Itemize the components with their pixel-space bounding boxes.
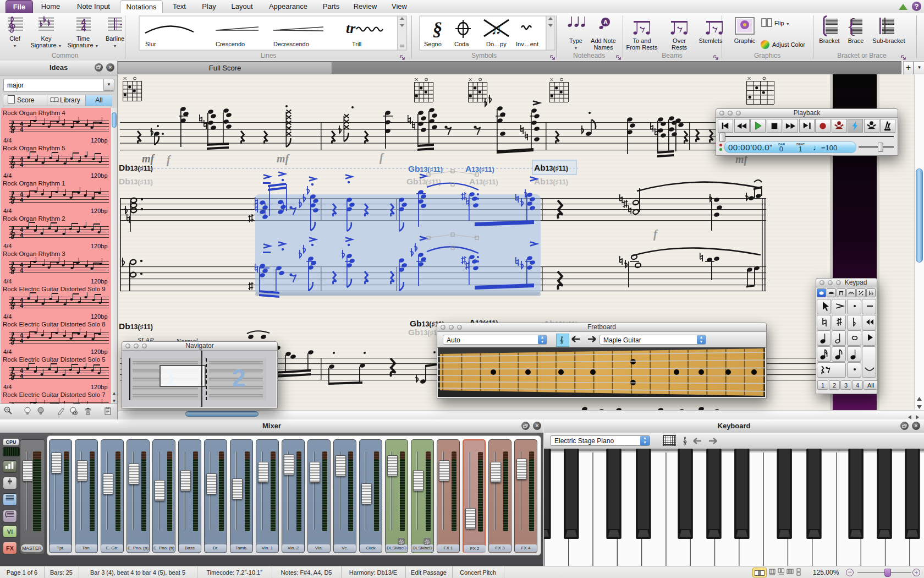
svg-text:Trill: Trill — [352, 41, 361, 47]
svg-text:Ab13(♯11): Ab13(♯11) — [534, 177, 568, 186]
svg-text:Db13(♯11): Db13(♯11) — [119, 177, 153, 186]
svg-text:4: 4 — [81, 24, 86, 33]
svg-text:A13(♯11): A13(♯11) — [469, 177, 498, 186]
svg-text:4: 4 — [20, 337, 24, 344]
svg-text:Ab13(♯11): Ab13(♯11) — [534, 163, 568, 172]
svg-text:4: 4 — [20, 232, 24, 238]
svg-text:Db13(♯11): Db13(♯11) — [119, 163, 153, 172]
svg-text:Do…py: Do…py — [486, 41, 507, 47]
svg-text:•: • — [120, 21, 122, 28]
svg-text:Gb13(♯11): Gb13(♯11) — [408, 164, 443, 173]
svg-text:mf: mf — [142, 152, 156, 165]
svg-text:4: 4 — [20, 161, 24, 168]
svg-text:mf: mf — [277, 152, 290, 165]
svg-text:4: 4 — [20, 302, 24, 309]
svg-text:Decrescendo: Decrescendo — [273, 41, 309, 47]
svg-text:Inv…ent: Inv…ent — [516, 41, 538, 47]
svg-text:A: A — [603, 19, 608, 25]
svg-text:§: § — [433, 19, 442, 39]
svg-text:4: 4 — [20, 267, 24, 274]
svg-text:4: 4 — [20, 197, 24, 203]
svg-text:tr: tr — [346, 20, 356, 36]
svg-text:4: 4 — [20, 373, 24, 379]
svg-text:Crescendo: Crescendo — [216, 41, 245, 47]
svg-text:Segno: Segno — [424, 41, 442, 47]
svg-text:Coda: Coda — [454, 41, 469, 47]
svg-text:Db13(♯11): Db13(♯11) — [119, 321, 153, 331]
svg-text:A13(♯11): A13(♯11) — [465, 164, 494, 173]
svg-text:{: { — [846, 14, 856, 37]
svg-text:Slur: Slur — [145, 41, 156, 47]
svg-text:4: 4 — [20, 126, 24, 133]
